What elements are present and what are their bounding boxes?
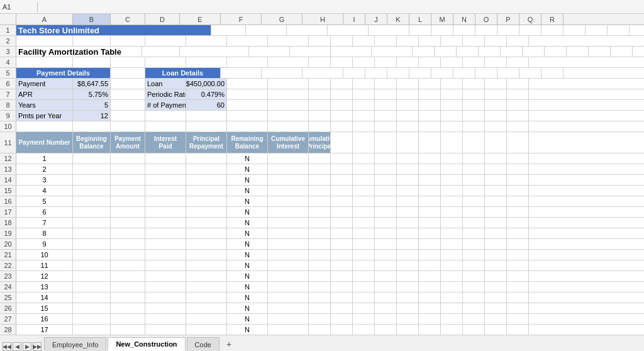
cell-24-11[interactable] <box>375 282 397 292</box>
cell-27-2[interactable] <box>73 314 111 324</box>
cell-16-11[interactable] <box>375 196 397 206</box>
cell-28-7[interactable] <box>268 325 309 335</box>
col-header-n[interactable]: N <box>453 14 475 25</box>
cell-12-17[interactable] <box>507 153 529 164</box>
cell-22-16[interactable] <box>485 260 507 270</box>
cell-24-10[interactable] <box>353 282 375 292</box>
cell-20-4[interactable] <box>145 239 186 249</box>
cell-25-10[interactable] <box>353 292 375 303</box>
cell-27-12[interactable] <box>397 314 419 324</box>
cell-19-6[interactable]: N <box>227 228 268 238</box>
cell-14-12[interactable] <box>397 175 419 185</box>
cell-21-10[interactable] <box>353 250 375 260</box>
cell-27-3[interactable] <box>111 314 145 324</box>
cell-27-1[interactable]: 16 <box>16 314 73 324</box>
cell-24-8[interactable] <box>309 282 331 292</box>
cell-20-7[interactable] <box>268 239 309 249</box>
cell-loan-value[interactable]: $450,000.00 <box>186 79 227 89</box>
cell-16-16[interactable] <box>485 196 507 206</box>
cell-19-13[interactable] <box>419 228 441 238</box>
cell-13-4[interactable] <box>145 164 186 174</box>
cell-13-15[interactable] <box>463 164 485 174</box>
cell-15-14[interactable] <box>441 186 463 196</box>
cell-24-7[interactable] <box>268 282 309 292</box>
cell-h1[interactable] <box>369 25 409 35</box>
cell-25-6[interactable]: N <box>227 292 268 303</box>
cell-14-2[interactable] <box>73 175 111 185</box>
cell-15-15[interactable] <box>463 186 485 196</box>
cell-28-14[interactable] <box>441 325 463 335</box>
cell-15-8[interactable] <box>309 186 331 196</box>
cell-18-9[interactable] <box>331 218 353 228</box>
col-header-l[interactable]: L <box>409 14 431 25</box>
cell-pmts-value[interactable]: 12 <box>73 111 111 121</box>
cell-22-8[interactable] <box>309 260 331 270</box>
cell-16-8[interactable] <box>309 196 331 206</box>
tab-new-construction[interactable]: New_Construction <box>108 337 185 351</box>
cell-22-7[interactable] <box>268 260 309 270</box>
cell-21-1[interactable]: 10 <box>16 250 73 260</box>
cell-21-14[interactable] <box>441 250 463 260</box>
cell-23-3[interactable] <box>111 271 145 281</box>
cell-22-17[interactable] <box>507 260 529 270</box>
cell-j1[interactable] <box>431 25 453 35</box>
cell-18-12[interactable] <box>397 218 419 228</box>
cell-23-8[interactable] <box>309 271 331 281</box>
cell-14-5[interactable] <box>186 175 227 185</box>
cell-28-17[interactable] <box>507 325 529 335</box>
cell-25-16[interactable] <box>485 292 507 303</box>
cell-25-1[interactable]: 14 <box>16 292 73 303</box>
cell-25-9[interactable] <box>331 292 353 303</box>
cell-27-13[interactable] <box>419 314 441 324</box>
cell-16-5[interactable] <box>186 196 227 206</box>
cell-16-7[interactable] <box>268 196 309 206</box>
cell-r1[interactable] <box>608 25 630 35</box>
cell-18-2[interactable] <box>73 218 111 228</box>
cell-14-4[interactable] <box>145 175 186 185</box>
cell-23-16[interactable] <box>485 271 507 281</box>
cell-18-6[interactable]: N <box>227 218 268 228</box>
cell-12-14[interactable] <box>441 153 463 164</box>
cell-o1[interactable] <box>541 25 564 35</box>
cell-15-10[interactable] <box>353 186 375 196</box>
cell-periodic-value[interactable]: 0.479% <box>186 89 227 99</box>
cell-14-14[interactable] <box>441 175 463 185</box>
cell-12-4[interactable] <box>145 153 186 164</box>
cell-16-9[interactable] <box>331 196 353 206</box>
tab-code[interactable]: Code <box>187 337 219 351</box>
cell-e1[interactable] <box>246 25 287 35</box>
col-header-e[interactable]: E <box>180 14 221 25</box>
cell-14-15[interactable] <box>463 175 485 185</box>
cell-26-8[interactable] <box>309 303 331 313</box>
cell-23-14[interactable] <box>441 271 463 281</box>
cell-14-16[interactable] <box>485 175 507 185</box>
cell-28-8[interactable] <box>309 325 331 335</box>
cell-21-12[interactable] <box>397 250 419 260</box>
cell-13-11[interactable] <box>375 164 397 174</box>
cell-22-3[interactable] <box>111 260 145 270</box>
cell-20-14[interactable] <box>441 239 463 249</box>
cell-22-14[interactable] <box>441 260 463 270</box>
cell-22-6[interactable]: N <box>227 260 268 270</box>
cell-21-17[interactable] <box>507 250 529 260</box>
cell-25-5[interactable] <box>186 292 227 303</box>
tab-nav-last[interactable]: ▶▶ <box>33 342 42 351</box>
cell-15-9[interactable] <box>331 186 353 196</box>
cell-23-10[interactable] <box>353 271 375 281</box>
cell-23-6[interactable]: N <box>227 271 268 281</box>
cell-22-9[interactable] <box>331 260 353 270</box>
cell-17-10[interactable] <box>353 207 375 217</box>
col-header-b[interactable]: B <box>73 14 111 25</box>
cell-27-4[interactable] <box>145 314 186 324</box>
cell-18-17[interactable] <box>507 218 529 228</box>
cell-28-15[interactable] <box>463 325 485 335</box>
cell-19-1[interactable]: 8 <box>16 228 73 238</box>
cell-a3[interactable]: Facility Amortization Table <box>16 47 142 57</box>
cell-24-4[interactable] <box>145 282 186 292</box>
cell-24-5[interactable] <box>186 282 227 292</box>
cell-25-3[interactable] <box>111 292 145 303</box>
cell-19-4[interactable] <box>145 228 186 238</box>
cell-15-13[interactable] <box>419 186 441 196</box>
cell-23-11[interactable] <box>375 271 397 281</box>
cell-15-17[interactable] <box>507 186 529 196</box>
